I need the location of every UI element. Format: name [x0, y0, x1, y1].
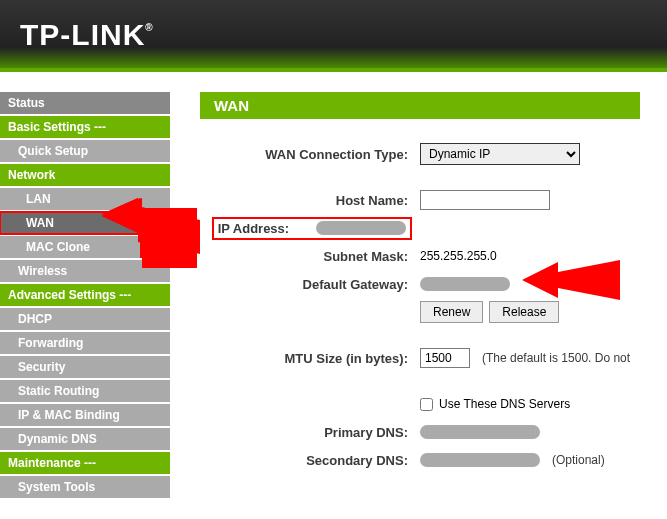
row-secondary-dns: Secondary DNS: (Optional)	[200, 449, 667, 471]
dns-check-label: Use These DNS Servers	[439, 397, 570, 411]
header: TP-LINK®	[0, 0, 667, 72]
mtu-input[interactable]	[420, 348, 470, 368]
arrow-right-wrap	[522, 252, 622, 325]
arrow-left-wrap	[102, 198, 202, 271]
label-secondary-dns: Secondary DNS:	[200, 453, 420, 468]
renew-button[interactable]: Renew	[420, 301, 483, 323]
row-mtu: MTU Size (in bytes): (The default is 150…	[200, 347, 667, 369]
dns-checkbox[interactable]	[420, 398, 433, 411]
row-ip-address: IP Address:	[200, 217, 667, 239]
svg-marker-6	[522, 260, 620, 300]
sidebar-item-ip-mac-binding[interactable]: IP & MAC Binding	[0, 404, 170, 426]
optional-hint: (Optional)	[552, 453, 605, 467]
brand-logo: TP-LINK®	[0, 0, 667, 52]
sidebar-item-static-routing[interactable]: Static Routing	[0, 380, 170, 402]
label-mtu: MTU Size (in bytes):	[200, 351, 420, 366]
mtu-hint: (The default is 1500. Do not	[482, 351, 630, 365]
primary-dns-obscured	[420, 425, 540, 439]
ip-value-obscured	[316, 221, 406, 235]
row-primary-dns: Primary DNS:	[200, 421, 667, 443]
page-title: WAN	[200, 92, 640, 119]
sidebar-item-advanced-settings[interactable]: Advanced Settings ---	[0, 284, 170, 306]
label-subnet: Subnet Mask:	[200, 249, 420, 264]
sidebar-item-forwarding[interactable]: Forwarding	[0, 332, 170, 354]
gateway-value-obscured	[420, 277, 510, 291]
label-conn-type: WAN Connection Type:	[200, 147, 420, 162]
label-ip: IP Address:	[218, 221, 290, 236]
sidebar-item-network[interactable]: Network	[0, 164, 170, 186]
sidebar: StatusBasic Settings ---Quick SetupNetwo…	[0, 72, 170, 515]
row-conn-type: WAN Connection Type: Dynamic IP	[200, 143, 667, 165]
host-name-input[interactable]	[420, 190, 550, 210]
sidebar-item-system-tools[interactable]: System Tools	[0, 476, 170, 498]
sidebar-item-dynamic-dns[interactable]: Dynamic DNS	[0, 428, 170, 450]
svg-marker-5	[102, 198, 200, 254]
sidebar-item-security[interactable]: Security	[0, 356, 170, 378]
sidebar-item-quick-setup[interactable]: Quick Setup	[0, 140, 170, 162]
secondary-dns-obscured	[420, 453, 540, 467]
label-primary-dns: Primary DNS:	[200, 425, 420, 440]
row-dns-check: Use These DNS Servers	[200, 393, 667, 415]
row-host-name: Host Name:	[200, 189, 667, 211]
label-gateway: Default Gateway:	[200, 277, 420, 292]
subnet-value: 255.255.255.0	[420, 249, 497, 263]
sidebar-item-dhcp[interactable]: DHCP	[0, 308, 170, 330]
sidebar-item-status[interactable]: Status	[0, 92, 170, 114]
ip-highlight-box: IP Address:	[216, 221, 408, 236]
conn-type-select[interactable]: Dynamic IP	[420, 143, 580, 165]
label-host-name: Host Name:	[200, 193, 420, 208]
sidebar-item-basic-settings[interactable]: Basic Settings ---	[0, 116, 170, 138]
sidebar-item-maintenance[interactable]: Maintenance ---	[0, 452, 170, 474]
